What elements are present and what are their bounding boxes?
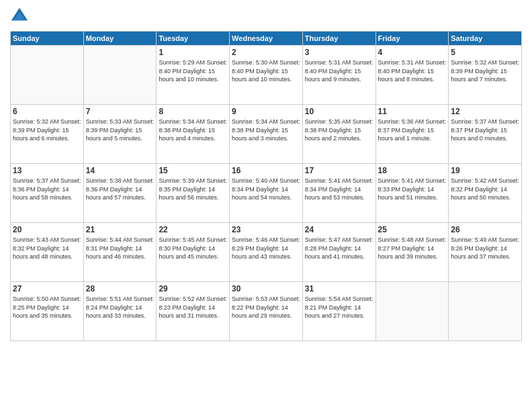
day-info: Sunrise: 5:46 AM Sunset: 8:29 PM Dayligh… <box>232 236 300 261</box>
day-info: Sunrise: 5:32 AM Sunset: 8:39 PM Dayligh… <box>451 58 519 84</box>
day-number: 9 <box>232 107 300 116</box>
calendar-cell: 2Sunrise: 5:30 AM Sunset: 8:40 PM Daylig… <box>230 46 303 105</box>
calendar-cell: 26Sunrise: 5:49 AM Sunset: 8:26 PM Dayli… <box>449 223 522 282</box>
header-tuesday: Tuesday <box>157 32 230 46</box>
calendar-cell: 16Sunrise: 5:40 AM Sunset: 8:34 PM Dayli… <box>230 164 303 223</box>
day-number: 3 <box>305 48 373 57</box>
week-row-3: 13Sunrise: 5:37 AM Sunset: 8:36 PM Dayli… <box>11 164 522 223</box>
calendar-cell: 15Sunrise: 5:39 AM Sunset: 8:35 PM Dayli… <box>157 164 230 223</box>
calendar-cell: 14Sunrise: 5:38 AM Sunset: 8:36 PM Dayli… <box>83 164 157 223</box>
day-number: 21 <box>86 225 154 234</box>
calendar-cell: 25Sunrise: 5:48 AM Sunset: 8:27 PM Dayli… <box>375 223 449 282</box>
day-info: Sunrise: 5:53 AM Sunset: 8:22 PM Dayligh… <box>232 295 300 320</box>
day-number: 20 <box>13 225 81 234</box>
day-number: 7 <box>86 107 154 116</box>
calendar-cell: 5Sunrise: 5:32 AM Sunset: 8:39 PM Daylig… <box>449 46 522 105</box>
week-row-1: 1Sunrise: 5:29 AM Sunset: 8:40 PM Daylig… <box>11 46 522 105</box>
week-row-4: 20Sunrise: 5:43 AM Sunset: 8:32 PM Dayli… <box>11 223 522 282</box>
day-number: 22 <box>159 225 227 234</box>
calendar-header-row: SundayMondayTuesdayWednesdayThursdayFrid… <box>11 32 522 46</box>
day-number: 19 <box>451 166 519 175</box>
day-number: 1 <box>159 48 227 57</box>
calendar-cell: 17Sunrise: 5:41 AM Sunset: 8:34 PM Dayli… <box>302 164 375 223</box>
day-number: 25 <box>378 225 447 234</box>
calendar-cell: 22Sunrise: 5:45 AM Sunset: 8:30 PM Dayli… <box>157 223 230 282</box>
calendar-cell: 7Sunrise: 5:33 AM Sunset: 8:39 PM Daylig… <box>83 105 157 164</box>
day-number: 6 <box>13 107 81 116</box>
day-number: 13 <box>13 166 81 175</box>
day-info: Sunrise: 5:30 AM Sunset: 8:40 PM Dayligh… <box>232 58 300 84</box>
day-info: Sunrise: 5:34 AM Sunset: 8:38 PM Dayligh… <box>232 118 300 143</box>
calendar-cell: 1Sunrise: 5:29 AM Sunset: 8:40 PM Daylig… <box>157 46 230 105</box>
header-thursday: Thursday <box>302 32 375 46</box>
day-number: 12 <box>451 107 519 116</box>
calendar-cell <box>83 46 157 105</box>
day-info: Sunrise: 5:52 AM Sunset: 8:23 PM Dayligh… <box>159 295 227 320</box>
day-info: Sunrise: 5:41 AM Sunset: 8:33 PM Dayligh… <box>378 177 447 202</box>
header-monday: Monday <box>83 32 157 46</box>
day-info: Sunrise: 5:33 AM Sunset: 8:39 PM Dayligh… <box>86 118 154 143</box>
day-number: 23 <box>232 225 300 234</box>
calendar-cell: 13Sunrise: 5:37 AM Sunset: 8:36 PM Dayli… <box>11 164 84 223</box>
day-number: 27 <box>13 284 81 293</box>
day-info: Sunrise: 5:31 AM Sunset: 8:40 PM Dayligh… <box>305 58 373 84</box>
day-info: Sunrise: 5:37 AM Sunset: 8:37 PM Dayligh… <box>451 118 519 143</box>
page-header <box>10 7 522 26</box>
calendar-cell: 11Sunrise: 5:36 AM Sunset: 8:37 PM Dayli… <box>375 105 449 164</box>
day-number: 28 <box>86 284 154 293</box>
calendar-cell: 28Sunrise: 5:51 AM Sunset: 8:24 PM Dayli… <box>83 282 157 341</box>
day-number: 29 <box>159 284 227 293</box>
day-number: 4 <box>378 48 447 57</box>
day-info: Sunrise: 5:48 AM Sunset: 8:27 PM Dayligh… <box>378 236 447 261</box>
day-number: 11 <box>378 107 447 116</box>
day-info: Sunrise: 5:38 AM Sunset: 8:36 PM Dayligh… <box>86 177 154 202</box>
calendar-cell: 6Sunrise: 5:32 AM Sunset: 8:39 PM Daylig… <box>11 105 84 164</box>
day-number: 18 <box>378 166 447 175</box>
calendar-cell: 27Sunrise: 5:50 AM Sunset: 8:25 PM Dayli… <box>11 282 84 341</box>
day-info: Sunrise: 5:42 AM Sunset: 8:32 PM Dayligh… <box>451 177 519 202</box>
day-info: Sunrise: 5:47 AM Sunset: 8:28 PM Dayligh… <box>305 236 373 261</box>
day-number: 30 <box>232 284 300 293</box>
day-info: Sunrise: 5:40 AM Sunset: 8:34 PM Dayligh… <box>232 177 300 202</box>
header-wednesday: Wednesday <box>230 32 303 46</box>
day-info: Sunrise: 5:34 AM Sunset: 8:38 PM Dayligh… <box>159 118 227 143</box>
calendar-cell: 10Sunrise: 5:35 AM Sunset: 8:38 PM Dayli… <box>302 105 375 164</box>
header-saturday: Saturday <box>449 32 522 46</box>
day-number: 8 <box>159 107 227 116</box>
day-number: 24 <box>305 225 373 234</box>
calendar-cell: 12Sunrise: 5:37 AM Sunset: 8:37 PM Dayli… <box>449 105 522 164</box>
calendar-cell: 23Sunrise: 5:46 AM Sunset: 8:29 PM Dayli… <box>230 223 303 282</box>
calendar-cell: 3Sunrise: 5:31 AM Sunset: 8:40 PM Daylig… <box>302 46 375 105</box>
day-info: Sunrise: 5:32 AM Sunset: 8:39 PM Dayligh… <box>13 118 81 143</box>
week-row-5: 27Sunrise: 5:50 AM Sunset: 8:25 PM Dayli… <box>11 282 522 341</box>
calendar-cell: 4Sunrise: 5:31 AM Sunset: 8:40 PM Daylig… <box>375 46 449 105</box>
day-info: Sunrise: 5:36 AM Sunset: 8:37 PM Dayligh… <box>378 118 447 143</box>
calendar-cell: 24Sunrise: 5:47 AM Sunset: 8:28 PM Dayli… <box>302 223 375 282</box>
calendar-cell: 30Sunrise: 5:53 AM Sunset: 8:22 PM Dayli… <box>230 282 303 341</box>
day-info: Sunrise: 5:50 AM Sunset: 8:25 PM Dayligh… <box>13 295 81 320</box>
day-number: 17 <box>305 166 373 175</box>
logo-icon <box>10 7 29 26</box>
week-row-2: 6Sunrise: 5:32 AM Sunset: 8:39 PM Daylig… <box>11 105 522 164</box>
calendar-cell: 9Sunrise: 5:34 AM Sunset: 8:38 PM Daylig… <box>230 105 303 164</box>
calendar: SundayMondayTuesdayWednesdayThursdayFrid… <box>10 31 522 341</box>
day-number: 31 <box>305 284 373 293</box>
day-info: Sunrise: 5:51 AM Sunset: 8:24 PM Dayligh… <box>86 295 154 320</box>
day-info: Sunrise: 5:49 AM Sunset: 8:26 PM Dayligh… <box>451 236 519 261</box>
calendar-cell: 29Sunrise: 5:52 AM Sunset: 8:23 PM Dayli… <box>157 282 230 341</box>
calendar-cell: 20Sunrise: 5:43 AM Sunset: 8:32 PM Dayli… <box>11 223 84 282</box>
calendar-cell <box>375 282 449 341</box>
header-friday: Friday <box>375 32 449 46</box>
header-sunday: Sunday <box>11 32 84 46</box>
calendar-cell: 18Sunrise: 5:41 AM Sunset: 8:33 PM Dayli… <box>375 164 449 223</box>
day-info: Sunrise: 5:37 AM Sunset: 8:36 PM Dayligh… <box>13 177 81 202</box>
day-info: Sunrise: 5:54 AM Sunset: 8:21 PM Dayligh… <box>305 295 373 320</box>
day-number: 26 <box>451 225 519 234</box>
day-info: Sunrise: 5:44 AM Sunset: 8:31 PM Dayligh… <box>86 236 154 261</box>
day-number: 5 <box>451 48 519 57</box>
day-info: Sunrise: 5:35 AM Sunset: 8:38 PM Dayligh… <box>305 118 373 143</box>
calendar-cell: 21Sunrise: 5:44 AM Sunset: 8:31 PM Dayli… <box>83 223 157 282</box>
day-info: Sunrise: 5:29 AM Sunset: 8:40 PM Dayligh… <box>159 58 227 84</box>
day-info: Sunrise: 5:41 AM Sunset: 8:34 PM Dayligh… <box>305 177 373 202</box>
day-number: 16 <box>232 166 300 175</box>
